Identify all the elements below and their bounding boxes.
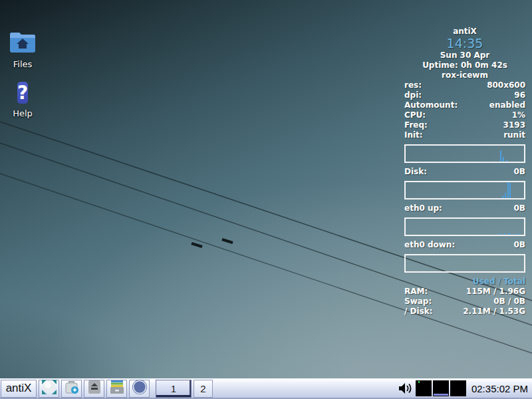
conky-row-eth0-up: eth0 up:0B [404, 203, 525, 213]
conky-row-eth0-down: eth0 down:0B [404, 240, 525, 250]
home-folder-icon [9, 31, 37, 57]
cpu-activity-tick [418, 381, 420, 383]
toolbar-button-browser[interactable] [129, 380, 150, 398]
conky-row-init: Init:runit [404, 130, 525, 140]
conky-row-swap: Swap:0B / 0B [404, 297, 525, 307]
antix-menu-button[interactable]: antiX [1, 380, 37, 398]
cpu-usage-graph [404, 144, 525, 163]
desktop: Files ? Help antiX 14:35 Sun 30 Apr Upti… [0, 0, 532, 399]
conky-session: rox-icewm [404, 70, 525, 80]
net-monitor-applet[interactable] [450, 380, 466, 396]
ram-usage-bar [434, 394, 448, 396]
file-drawer-icon [109, 379, 125, 398]
conky-row-cpu: CPU:1% [404, 110, 525, 120]
taskbar: antiX [0, 378, 532, 399]
toolbar-button-screen[interactable] [39, 380, 59, 398]
toolbar-button-package-installer[interactable] [61, 380, 82, 398]
conky-clock: 14:35 [404, 37, 525, 51]
eth0-up-graph [404, 217, 525, 236]
conky-system-monitor: antiX 14:35 Sun 30 Apr Uptime: 0h 0m 42s… [404, 27, 525, 317]
ram-monitor-applet[interactable] [433, 380, 449, 396]
conky-row-dpi: dpi:96 [404, 90, 525, 100]
desktop-icon-label: Files [1, 59, 44, 69]
system-tray: 02:35:02 PM [398, 380, 531, 396]
browser-compass-icon [132, 379, 148, 398]
screen-globe-icon [41, 379, 57, 398]
disk-io-graph [404, 181, 525, 200]
toolbar-button-file-manager[interactable] [106, 380, 127, 398]
conky-row-freq: Freq:3193 [404, 120, 525, 130]
conky-uptime: Uptime: 0h 0m 42s [404, 61, 525, 70]
workspace-button-2[interactable]: 2 [194, 380, 213, 398]
toolbar-button-unmount[interactable] [84, 380, 104, 398]
package-installer-icon [64, 379, 80, 398]
conky-row-res: res:532x399 [404, 80, 525, 90]
eth0-down-graph [404, 254, 525, 273]
taskbar-clock[interactable]: 02:35:02 PM [471, 383, 528, 394]
question-mark-icon: ? [17, 80, 28, 106]
conky-distro: antiX [404, 27, 525, 37]
desktop-icon-help[interactable]: ? Help [1, 80, 44, 118]
conky-row-root-disk: / Disk:2.11M / 1.53G [404, 307, 525, 317]
conky-row-automount: Automount:enabled [404, 100, 525, 110]
desktop-icon-files[interactable]: Files [1, 31, 44, 69]
volume-speaker-icon[interactable] [398, 382, 412, 395]
workspace-switcher: 1 2 [156, 380, 215, 398]
workspace-button-1[interactable]: 1 [156, 380, 192, 398]
conky-row-ram: RAM:115M / 1.96G [404, 287, 525, 297]
conky-date: Sun 30 Apr [404, 51, 525, 61]
conky-usage-header: Used / Total [404, 277, 525, 287]
desktop-icon-label: Help [1, 108, 44, 118]
eject-unmount-icon [86, 379, 102, 398]
conky-row-disk-io: Disk:0B [404, 167, 525, 177]
cpu-monitor-applet[interactable] [416, 380, 432, 396]
